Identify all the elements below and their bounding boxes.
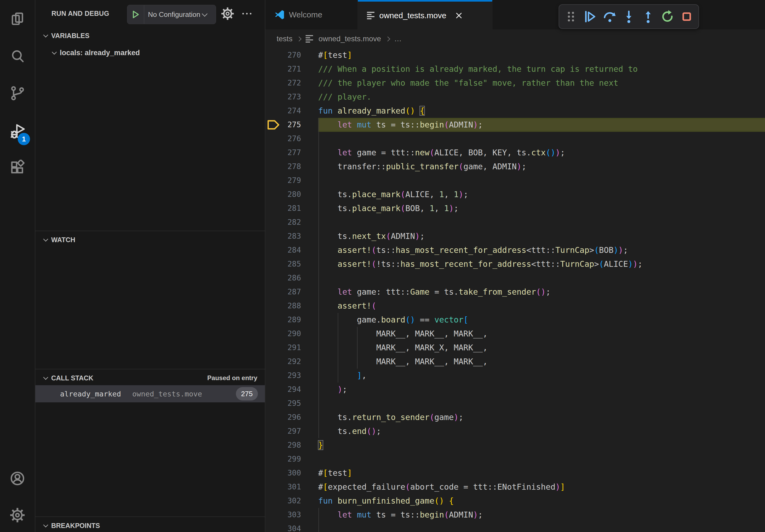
files-icon[interactable] [10, 11, 25, 27]
indent-guide [319, 383, 319, 397]
indent-guide [319, 397, 319, 410]
chevron-down-icon [43, 236, 48, 241]
code-line[interactable]: 278 transfer::public_transfer(game, ADMI… [265, 160, 765, 173]
line-number: 284 [283, 243, 318, 257]
section-watch[interactable]: WATCH [35, 233, 265, 246]
code-line[interactable]: 289 game.board() == vector[ [265, 313, 765, 327]
indent-guide [319, 229, 319, 243]
extensions-icon[interactable] [10, 160, 25, 175]
breadcrumb-file[interactable]: owned_tests.move [319, 35, 381, 43]
code-line[interactable]: 301#[expected_failure(abort_code = ttt::… [265, 480, 765, 494]
section-breakpoints[interactable]: BREAKPOINTS [35, 519, 265, 532]
code-line[interactable]: 273/// player. [265, 90, 765, 104]
stack-frame-row[interactable]: already_marked owned_tests.move 275 [35, 385, 265, 402]
tab-label: Welcome [289, 10, 322, 19]
indent-guide [357, 341, 358, 355]
code-line[interactable]: 291 MARK__, MARK_X, MARK__, [265, 341, 765, 355]
line-number: 296 [283, 410, 318, 424]
code-line[interactable]: 285 assert!(!ts::has_most_recent_for_add… [265, 257, 765, 271]
chevron-right-icon [297, 36, 301, 41]
section-variables[interactable]: VARIABLES [35, 29, 265, 42]
code-line[interactable]: 274fun already_marked() { [265, 104, 765, 118]
code-line[interactable]: 294 ); [265, 383, 765, 397]
stack-frame-marker-icon[interactable] [265, 120, 283, 130]
indent-guide [319, 132, 319, 146]
search-icon[interactable] [10, 49, 25, 64]
indent-guide [319, 327, 319, 341]
code-line[interactable]: 298} [265, 438, 765, 452]
debug-sidebar: RUN AND DEBUG No Configurations VARIABLE… [35, 0, 265, 532]
line-number: 301 [283, 480, 318, 494]
start-debug-icon[interactable] [127, 5, 144, 24]
code-line[interactable]: 283 ts.next_tx(ADMIN); [265, 229, 765, 243]
code-line[interactable]: 297 ts.end(); [265, 424, 765, 438]
settings-gear-icon[interactable] [10, 507, 25, 523]
toolbar-grip-icon[interactable] [562, 8, 580, 26]
step-into-icon[interactable] [620, 8, 638, 26]
restart-icon[interactable] [658, 8, 677, 26]
line-number: 297 [283, 424, 318, 438]
variables-scope-locals[interactable]: locals: already_marked [35, 46, 265, 60]
code-line[interactable]: 290 MARK__, MARK__, MARK__, [265, 327, 765, 341]
line-number: 281 [283, 201, 318, 215]
breadcrumb-folder[interactable]: tests [277, 35, 293, 43]
breadcrumb-more[interactable]: … [394, 35, 402, 43]
code-line[interactable]: 292 MARK__, MARK__, MARK__, [265, 355, 765, 369]
code-line[interactable]: 304 [265, 522, 765, 532]
source-control-icon[interactable] [10, 85, 25, 101]
code-line[interactable]: 287 let game: ttt::Game = ts.take_from_s… [265, 285, 765, 299]
indent-guide [319, 146, 319, 160]
vscode-logo-icon [275, 10, 285, 20]
indent-guide [319, 424, 319, 438]
move-file-icon [367, 12, 375, 20]
code-line[interactable]: 277 let game = ttt::new(ALICE, BOB, KEY,… [265, 146, 765, 160]
continue-icon[interactable] [581, 8, 599, 26]
tab-owned-tests[interactable]: owned_tests.move [358, 0, 492, 30]
step-over-icon[interactable] [600, 8, 619, 26]
code-line[interactable]: 276 [265, 132, 765, 146]
gear-icon[interactable] [221, 7, 234, 20]
debug-config-dropdown[interactable]: No Configurations [127, 5, 216, 24]
code-line[interactable]: 296 ts.return_to_sender(game); [265, 410, 765, 424]
tab-welcome[interactable]: Welcome [265, 0, 358, 30]
code-line[interactable]: 272/// the player who made the "false" m… [265, 76, 765, 90]
code-line[interactable]: 295 [265, 397, 765, 410]
code-line[interactable]: 271/// When a position is already marked… [265, 62, 765, 76]
code-line[interactable]: 279 [265, 173, 765, 187]
line-number: 290 [283, 327, 318, 341]
indent-guide [319, 201, 319, 215]
close-icon[interactable] [454, 11, 463, 20]
line-number: 298 [283, 438, 318, 452]
stop-icon[interactable] [678, 8, 696, 26]
code-line[interactable]: 302fun burn_unfinished_game() { [265, 494, 765, 508]
line-number: 292 [283, 355, 318, 369]
more-ellipsis-icon[interactable] [242, 13, 252, 14]
section-call-stack[interactable]: CALL STACK Paused on entry [35, 371, 265, 385]
code-line[interactable]: 282 [265, 215, 765, 229]
code-line[interactable]: 284 assert!(ts::has_most_recent_for_addr… [265, 243, 765, 257]
code-line[interactable]: 299 [265, 452, 765, 466]
account-icon[interactable] [10, 471, 25, 486]
line-number: 270 [283, 48, 318, 62]
code-line[interactable]: 293 ], [265, 369, 765, 383]
indent-guide [319, 173, 319, 187]
code-line[interactable]: 280 ts.place_mark(ALICE, 1, 1); [265, 187, 765, 201]
code-line[interactable]: 303 let mut ts = ts::begin(ADMIN); [265, 508, 765, 522]
code-line-current[interactable]: 275 let mut ts = ts::begin(ADMIN); [265, 118, 765, 132]
indent-guide [319, 313, 319, 327]
indent-guide [319, 243, 319, 257]
indent-guide [338, 341, 338, 355]
line-number: 283 [283, 229, 318, 243]
indent-guide [319, 522, 319, 532]
code-line[interactable]: 288 assert!( [265, 299, 765, 313]
code-line[interactable]: 270#[test] [265, 48, 765, 62]
line-number: 285 [283, 257, 318, 271]
activity-bar: 1 [0, 0, 35, 532]
line-number: 277 [283, 146, 318, 160]
code-line[interactable]: 300#[test] [265, 466, 765, 480]
code-line[interactable]: 286 [265, 271, 765, 285]
code-line[interactable]: 281 ts.place_mark(BOB, 1, 1); [265, 201, 765, 215]
config-label: No Configurations [148, 10, 201, 19]
line-number: 303 [283, 508, 318, 522]
step-out-icon[interactable] [639, 8, 657, 26]
